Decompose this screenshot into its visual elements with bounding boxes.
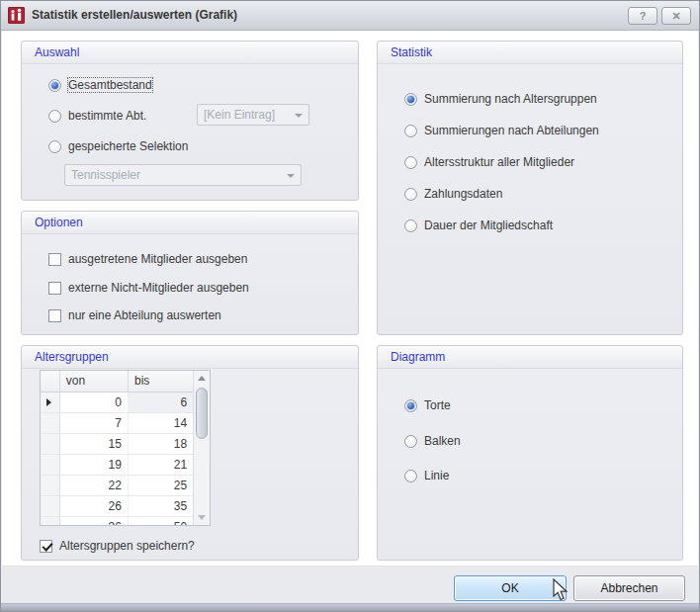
radio-gesamtbestand-label[interactable]: Gesamtbestand — [68, 78, 152, 92]
radio-balken[interactable] — [404, 435, 417, 448]
radio-gespeicherte-selektion-label[interactable]: gespeicherte Selektion — [68, 139, 188, 153]
abteilung-combobox[interactable]: [Kein Eintrag] — [197, 104, 309, 126]
table-row[interactable]: 15 18 — [41, 434, 193, 455]
radio-row-gesamtbestand: Gesamtbestand — [48, 77, 152, 93]
cell-von[interactable]: 15 — [60, 434, 129, 455]
table-row[interactable]: 22 25 — [41, 476, 193, 496]
radio-torte-label[interactable]: Torte — [424, 398, 451, 412]
cancel-button[interactable]: Abbrechen — [573, 575, 685, 601]
table-row[interactable]: 0 6 — [41, 393, 193, 413]
cell-bis[interactable]: 14 — [129, 413, 193, 434]
titlebar: Statistik erstellen/auswerten (Grafik) ?… — [1, 1, 699, 31]
radio-dauer-mitgliedschaft-label[interactable]: Dauer der Mitgliedschaft — [424, 219, 553, 232]
people-icon — [8, 7, 25, 24]
window-bottom-border — [1, 603, 699, 611]
checkbox-row-ausgetretene: ausgetretene Mitglieder ausgeben — [48, 251, 247, 267]
cell-von[interactable]: 26 — [60, 496, 129, 517]
cell-bis[interactable]: 25 — [129, 476, 193, 496]
row-selector[interactable] — [41, 476, 60, 496]
group-auswahl: Auswahl Gesamtbestand bestimmte Abt. [Ke… — [21, 41, 359, 201]
abteilung-combobox-value: [Kein Eintrag] — [204, 108, 275, 122]
scrollbar-up-icon[interactable] — [194, 371, 210, 386]
radio-zahlungsdaten-label[interactable]: Zahlungsdaten — [424, 187, 502, 201]
radio-summierung-altersgruppen-label[interactable]: Summierung nach Altersgruppen — [424, 92, 597, 106]
cell-von[interactable]: 22 — [60, 476, 129, 496]
cell-von[interactable]: 7 — [60, 413, 129, 434]
radio-linie-label[interactable]: Linie — [424, 469, 449, 482]
table-scrollbar[interactable] — [193, 371, 210, 525]
checkbox-nur-eine-abteilung-label[interactable]: nur eine Abteilung auswerten — [68, 308, 221, 322]
group-optionen: Optionen ausgetretene Mitglieder ausgebe… — [21, 211, 359, 335]
mouse-cursor — [550, 578, 571, 602]
checkbox-save-agegroups-label[interactable]: Altersgruppen speichern? — [59, 539, 195, 553]
app-icon — [8, 7, 25, 24]
radio-altersstruktur-label[interactable]: Altersstruktur aller Mitglieder — [424, 155, 574, 169]
cell-von[interactable]: 36 — [60, 517, 129, 525]
checkbox-row-save-agegroups: Altersgruppen speichern? — [40, 538, 195, 554]
group-altersgruppen: Altersgruppen von bis 0 6 7 14 — [21, 345, 359, 561]
column-header-bis[interactable]: bis — [129, 371, 193, 393]
row-selector[interactable] — [41, 455, 60, 476]
help-button[interactable]: ? — [628, 7, 657, 25]
radio-balken-label[interactable]: Balken — [424, 434, 461, 448]
table-header-row: von bis — [41, 371, 193, 393]
group-statistik: Statistik Summierung nach Altersgruppen … — [377, 41, 683, 335]
table-row[interactable]: 36 50 — [41, 517, 193, 525]
cell-bis[interactable]: 50 — [129, 517, 193, 525]
radio-dauer-mitgliedschaft[interactable] — [404, 219, 417, 232]
cell-von[interactable]: 19 — [60, 455, 129, 476]
cell-bis[interactable]: 18 — [129, 434, 193, 455]
scrollbar-down-icon[interactable] — [194, 510, 210, 525]
table-row[interactable]: 26 35 — [41, 496, 193, 517]
chevron-down-icon — [295, 114, 303, 118]
selektion-combobox-value: Tennisspieler — [71, 168, 140, 182]
scrollbar-thumb[interactable] — [196, 388, 208, 439]
cell-bis[interactable]: 35 — [129, 496, 193, 517]
checkbox-ausgetretene[interactable] — [48, 253, 61, 266]
radio-row-altersstruktur: Altersstruktur aller Mitglieder — [404, 154, 574, 170]
radio-zahlungsdaten[interactable] — [404, 188, 417, 201]
checkbox-externe[interactable] — [48, 282, 61, 295]
radio-gespeicherte-selektion[interactable] — [48, 140, 61, 153]
close-button[interactable]: ✕ — [661, 7, 691, 25]
table-row[interactable]: 7 14 — [41, 413, 193, 434]
row-selector[interactable] — [41, 413, 60, 434]
group-optionen-title: Optionen — [22, 212, 358, 234]
checkbox-nur-eine-abteilung[interactable] — [48, 309, 61, 322]
radio-summierungen-abteilungen-label[interactable]: Summierungen nach Abteilungen — [424, 124, 599, 137]
radio-torte[interactable] — [404, 399, 417, 412]
cell-bis[interactable]: 21 — [129, 455, 193, 476]
group-altersgruppen-title: Altersgruppen — [22, 346, 358, 369]
radio-bestimmte-abt[interactable] — [48, 110, 61, 123]
age-groups-table-body: von bis 0 6 7 14 15 18 — [41, 371, 193, 525]
dialog-window: Statistik erstellen/auswerten (Grafik) ?… — [0, 0, 700, 612]
radio-row-summierungen-abteilungen: Summierungen nach Abteilungen — [404, 123, 599, 138]
radio-altersstruktur[interactable] — [404, 156, 417, 169]
cell-bis[interactable]: 6 — [129, 393, 193, 413]
radio-summierungen-abteilungen[interactable] — [404, 125, 417, 137]
radio-bestimmte-abt-label[interactable]: bestimmte Abt. — [68, 109, 146, 123]
group-diagramm-title: Diagramm — [378, 346, 682, 369]
radio-linie[interactable] — [404, 470, 417, 482]
window-title: Statistik erstellen/auswerten (Grafik) — [32, 8, 237, 22]
row-selector[interactable] — [41, 434, 60, 455]
radio-row-gespeicherte-selektion: gespeicherte Selektion — [48, 138, 188, 154]
radio-row-summierung-altersgruppen: Summierung nach Altersgruppen — [404, 91, 597, 107]
checkbox-externe-label[interactable]: externe Nicht-Mitglieder ausgeben — [68, 281, 249, 295]
table-row[interactable]: 19 21 — [41, 455, 193, 476]
radio-gesamtbestand[interactable] — [48, 79, 61, 92]
row-selector[interactable] — [41, 496, 60, 517]
checkbox-ausgetretene-label[interactable]: ausgetretene Mitglieder ausgeben — [68, 252, 247, 266]
checkbox-row-externe: externe Nicht-Mitglieder ausgeben — [48, 280, 249, 296]
group-diagramm: Diagramm Torte Balken Linie — [377, 345, 683, 561]
selektion-combobox[interactable]: Tennisspieler — [64, 164, 302, 186]
radio-row-dauer-mitgliedschaft: Dauer der Mitgliedschaft — [404, 218, 553, 233]
current-row-marker[interactable] — [41, 393, 60, 413]
group-statistik-title: Statistik — [378, 42, 682, 64]
row-selector[interactable] — [41, 517, 60, 525]
radio-row-zahlungsdaten: Zahlungsdaten — [404, 186, 502, 202]
cell-von[interactable]: 0 — [60, 393, 129, 413]
checkbox-save-agegroups[interactable] — [40, 540, 52, 553]
column-header-von[interactable]: von — [60, 371, 129, 393]
radio-summierung-altersgruppen[interactable] — [404, 93, 417, 106]
